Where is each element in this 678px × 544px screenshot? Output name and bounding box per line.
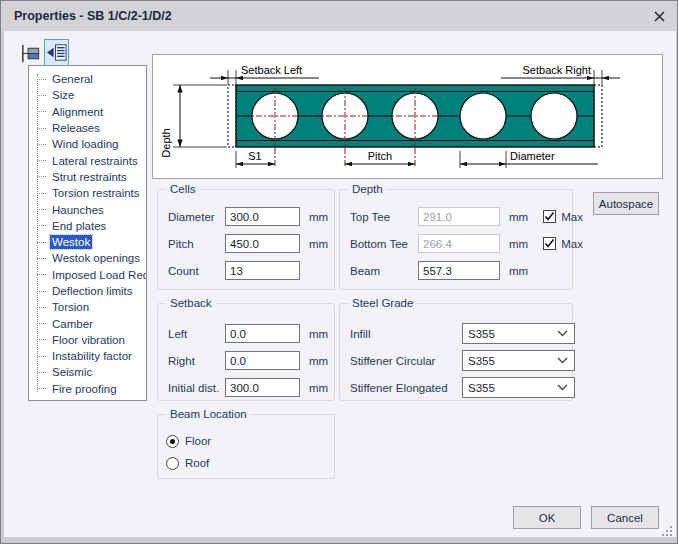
beam-element-icon (19, 42, 42, 65)
sidebar-item-releases[interactable]: Releases (29, 120, 146, 136)
initial-dist-label: Initial dist. (168, 382, 225, 394)
tree-branch-line (37, 95, 46, 96)
unit-label: mm (309, 382, 328, 394)
diagram-label-setback-right: Setback Right (523, 64, 591, 76)
count-label: Count (168, 265, 225, 277)
sidebar-item-alignment[interactable]: Alignment (29, 104, 146, 120)
checkmark-icon (544, 238, 555, 249)
beam-depth-input[interactable] (418, 261, 500, 280)
sidebar-item-label: Lateral restraints (50, 154, 140, 168)
diagram-label-setback-left: Setback Left (241, 64, 302, 76)
ok-button[interactable]: OK (513, 506, 581, 529)
bottom-tee-max-checkbox[interactable] (543, 237, 556, 250)
sidebar-item-end-plates[interactable]: End plates (29, 218, 146, 234)
sidebar-item-deflection-limits[interactable]: Deflection limits (29, 283, 146, 299)
sidebar-item-general[interactable]: General (29, 71, 146, 87)
element-view-toggle[interactable] (18, 40, 43, 67)
sidebar-item-label: Size (50, 88, 76, 102)
properties-dialog: Properties - SB 1/C/2-1/D/2 GeneralSizeA (0, 0, 678, 544)
sidebar-item-label: Westok openings (50, 251, 142, 265)
properties-list-icon (45, 41, 68, 64)
tree-branch-line (37, 274, 46, 275)
resize-grip[interactable] (661, 525, 674, 538)
unit-label: mm (509, 265, 528, 277)
stiffener-elongated-select[interactable]: S355 (462, 377, 575, 398)
infill-label: Infill (350, 328, 462, 340)
floor-radio[interactable]: Floor (166, 430, 334, 452)
sidebar-item-label: Strut restraints (50, 170, 129, 184)
diameter-input[interactable] (225, 207, 300, 226)
roof-radio[interactable]: Roof (166, 452, 334, 474)
tree-branch-line (37, 339, 46, 340)
title-bar[interactable]: Properties - SB 1/C/2-1/D/2 (1, 1, 678, 31)
sidebar-item-torsion-restraints[interactable]: Torsion restraints (29, 185, 146, 201)
select-value: S355 (468, 328, 495, 340)
unit-label: mm (309, 238, 328, 250)
bottom-tee-label: Bottom Tee (350, 238, 418, 250)
diagram-label-s1: S1 (248, 150, 261, 162)
sidebar-item-label: Releases (50, 121, 102, 135)
sidebar-item-label: Haunches (50, 203, 106, 217)
stiffener-circular-select[interactable]: S355 (462, 350, 575, 371)
properties-tree: GeneralSizeAlignmentReleasesWind loading… (29, 71, 146, 400)
tree-branch-line (37, 323, 46, 324)
sidebar-item-label: Torsion (50, 300, 91, 314)
sidebar-item-imposed-load-red[interactable]: Imposed Load Red (29, 267, 146, 283)
max-label: Max (561, 238, 583, 250)
tree-branch-line (37, 144, 46, 145)
properties-list-toggle[interactable] (44, 39, 69, 66)
unit-label: mm (309, 211, 328, 223)
beam-location-group: Beam Location Floor Roof (157, 414, 335, 479)
setback-right-input[interactable] (225, 351, 300, 370)
unit-label: mm (309, 355, 328, 367)
tree-branch-line (37, 356, 46, 357)
initial-dist-input[interactable] (225, 378, 300, 397)
unit-label: mm (309, 328, 328, 340)
sidebar-item-label: Camber (50, 317, 95, 331)
sidebar-item-camber[interactable]: Camber (29, 315, 146, 331)
sidebar-item-westok[interactable]: Westok (29, 234, 146, 250)
sidebar-item-floor-vibration[interactable]: Floor vibration (29, 332, 146, 348)
sidebar-item-wind-loading[interactable]: Wind loading (29, 136, 146, 152)
count-input[interactable] (225, 261, 300, 280)
autospace-button[interactable]: Autospace (593, 192, 659, 215)
tree-branch-line (37, 225, 46, 226)
cancel-button[interactable]: Cancel (591, 506, 659, 529)
sidebar-item-lateral-restraints[interactable]: Lateral restraints (29, 152, 146, 168)
sidebar-item-torsion[interactable]: Torsion (29, 299, 146, 315)
sidebar-item-strut-restraints[interactable]: Strut restraints (29, 169, 146, 185)
sidebar-item-size[interactable]: Size (29, 87, 146, 103)
setback-left-label: Left (168, 328, 225, 340)
sidebar-item-instability-factor[interactable]: Instability factor (29, 348, 146, 364)
dialog-frame (1, 537, 678, 544)
cells-group-title: Cells (166, 183, 200, 196)
sidebar-item-label: End plates (50, 219, 108, 233)
properties-sidebar: GeneralSizeAlignmentReleasesWind loading… (28, 65, 147, 401)
sidebar-item-westok-openings[interactable]: Westok openings (29, 250, 146, 266)
top-tee-input (418, 207, 500, 226)
sidebar-item-label: Seismic (50, 365, 94, 379)
tree-branch-line (37, 160, 46, 161)
diameter-label: Diameter (168, 211, 225, 223)
depth-group-title: Depth (348, 183, 387, 196)
sidebar-item-label: Wind loading (50, 137, 120, 151)
setback-left-input[interactable] (225, 324, 300, 343)
unit-label: mm (509, 238, 528, 250)
infill-select[interactable]: S355 (462, 323, 575, 344)
sidebar-item-haunches[interactable]: Haunches (29, 201, 146, 217)
tree-branch-line (37, 372, 46, 373)
pitch-input[interactable] (225, 234, 300, 253)
chevron-down-icon (557, 384, 568, 391)
tree-branch-line (37, 111, 46, 112)
sidebar-item-label: Instability factor (50, 349, 134, 363)
tree-branch-line (37, 79, 46, 80)
sidebar-item-label: Floor vibration (50, 333, 127, 347)
select-value: S355 (468, 355, 495, 367)
sidebar-item-label: Fire proofing (50, 382, 119, 396)
top-tee-max-checkbox[interactable] (543, 210, 556, 223)
sidebar-item-fire-proofing[interactable]: Fire proofing (29, 381, 146, 397)
beam-location-group-title: Beam Location (166, 408, 251, 421)
close-button[interactable] (649, 8, 669, 25)
sidebar-item-seismic[interactable]: Seismic (29, 364, 146, 380)
select-value: S355 (468, 382, 495, 394)
